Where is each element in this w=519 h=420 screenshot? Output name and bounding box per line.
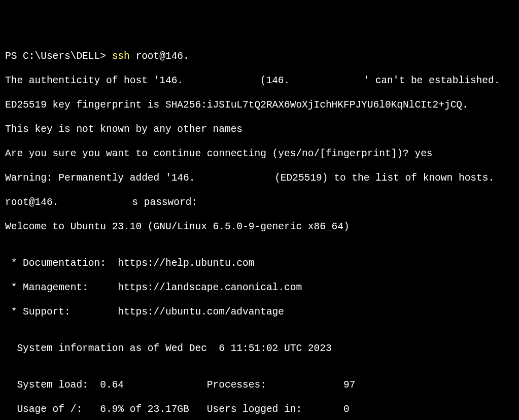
auth-line-c: ' can't be established. [363,75,500,86]
auth-line-a: The authenticity of host '146. [5,75,183,86]
warning-line-a: Warning: Permanently added '146. [5,172,195,184]
redacted-ip [195,172,268,184]
sysinfo-header: System information as of Wed Dec 6 11:51… [5,343,514,355]
terminal-output[interactable]: PS C:\Users\DELL> ssh root@146. The auth… [5,51,514,420]
documentation-line: * Documentation: https://help.ubuntu.com [5,258,514,270]
redacted-ip [290,75,363,86]
key-unknown-line: This key is not known by any other names [5,124,514,136]
password-prompt-a: root@146. [5,197,58,208]
warning-line-b: (ED25519) to the list of known hosts. [268,172,494,184]
redacted-ip [183,75,254,86]
usage-line: Usage of /: 6.9% of 23.17GB Users logged… [5,404,514,416]
sysload-line: System load: 0.64 Processes: 97 [5,379,514,392]
continue-prompt-line: Are you sure you want to continue connec… [5,148,514,160]
ps-prompt: PS C:\Users\DELL> [5,51,112,62]
auth-line-b: (146. [254,75,290,86]
password-prompt-b: s password: [132,197,197,208]
ssh-target: root@146. [130,51,189,62]
fingerprint-line: ED25519 key fingerprint is SHA256:iJSIuL… [5,99,514,112]
ssh-command: ssh [112,51,130,62]
redacted-ip [189,51,260,62]
support-line: * Support: https://ubuntu.com/advantage [5,306,514,319]
redacted-ip [58,197,132,208]
management-line: * Management: https://landscape.canonica… [5,282,514,294]
welcome-line: Welcome to Ubuntu 23.10 (GNU/Linux 6.5.0… [5,221,514,233]
